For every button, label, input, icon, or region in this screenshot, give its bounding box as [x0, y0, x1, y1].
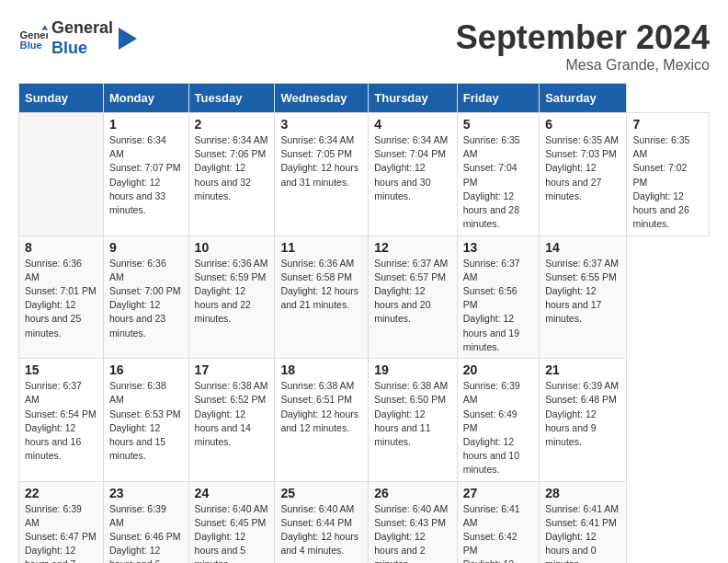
- day-number: 2: [195, 117, 269, 132]
- logo-arrow-icon: [119, 28, 137, 50]
- day-info: Sunrise: 6:39 AMSunset: 6:47 PMDaylight:…: [25, 503, 97, 563]
- header-cell-sunday: Sunday: [19, 84, 104, 113]
- day-info: Sunrise: 6:38 AMSunset: 6:50 PMDaylight:…: [374, 380, 448, 447]
- week-row-3: 15 Sunrise: 6:37 AMSunset: 6:54 PMDaylig…: [19, 359, 710, 482]
- day-cell: 5 Sunrise: 6:35 AMSunset: 7:04 PMDayligh…: [457, 113, 539, 236]
- day-info: Sunrise: 6:35 AMSunset: 7:04 PMDaylight:…: [463, 134, 520, 229]
- header-cell-saturday: Saturday: [540, 84, 627, 113]
- day-number: 18: [280, 362, 362, 377]
- day-info: Sunrise: 6:37 AMSunset: 6:57 PMDaylight:…: [374, 258, 448, 325]
- svg-marker-3: [119, 28, 137, 50]
- day-cell: 15 Sunrise: 6:37 AMSunset: 6:54 PMDaylig…: [19, 359, 104, 482]
- day-cell: 14 Sunrise: 6:37 AMSunset: 6:55 PMDaylig…: [540, 236, 627, 359]
- day-cell: 1 Sunrise: 6:34 AMSunset: 7:07 PMDayligh…: [103, 113, 188, 236]
- day-number: 1: [109, 117, 183, 132]
- day-cell: 16 Sunrise: 6:38 AMSunset: 6:53 PMDaylig…: [103, 359, 188, 482]
- day-info: Sunrise: 6:35 AMSunset: 7:03 PMDaylight:…: [545, 134, 619, 201]
- day-number: 4: [374, 117, 450, 132]
- day-number: 8: [25, 240, 97, 255]
- day-info: Sunrise: 6:41 AMSunset: 6:42 PMDaylight:…: [463, 503, 520, 563]
- day-info: Sunrise: 6:37 AMSunset: 6:55 PMDaylight:…: [545, 258, 619, 325]
- week-row-2: 8 Sunrise: 6:36 AMSunset: 7:01 PMDayligh…: [19, 236, 710, 359]
- day-cell: 24 Sunrise: 6:40 AMSunset: 6:45 PMDaylig…: [188, 481, 275, 563]
- day-cell: 10 Sunrise: 6:36 AMSunset: 6:59 PMDaylig…: [188, 236, 275, 359]
- day-cell: 3 Sunrise: 6:34 AMSunset: 7:05 PMDayligh…: [275, 113, 369, 236]
- day-info: Sunrise: 6:36 AMSunset: 7:01 PMDaylight:…: [25, 258, 97, 339]
- day-number: 17: [195, 362, 269, 377]
- week-row-1: 1 Sunrise: 6:34 AMSunset: 7:07 PMDayligh…: [19, 113, 710, 236]
- location-subtitle: Mesa Grande, Mexico: [456, 57, 710, 74]
- svg-text:Blue: Blue: [20, 40, 42, 51]
- header-cell-friday: Friday: [457, 84, 539, 113]
- day-info: Sunrise: 6:37 AMSunset: 6:54 PMDaylight:…: [25, 380, 97, 461]
- logo-line2: Blue: [51, 39, 113, 59]
- day-info: Sunrise: 6:39 AMSunset: 6:49 PMDaylight:…: [463, 380, 520, 475]
- day-number: 27: [463, 486, 533, 500]
- day-info: Sunrise: 6:37 AMSunset: 6:56 PMDaylight:…: [463, 258, 520, 352]
- day-info: Sunrise: 6:40 AMSunset: 6:45 PMDaylight:…: [195, 503, 268, 563]
- day-cell: 23 Sunrise: 6:39 AMSunset: 6:46 PMDaylig…: [103, 481, 188, 563]
- day-number: 19: [374, 362, 450, 377]
- day-number: 15: [25, 362, 97, 377]
- day-info: Sunrise: 6:34 AMSunset: 7:05 PMDaylight:…: [280, 134, 358, 188]
- day-cell: 27 Sunrise: 6:41 AMSunset: 6:42 PMDaylig…: [457, 481, 539, 563]
- day-number: 12: [374, 240, 450, 255]
- month-title: September 2024: [456, 18, 710, 57]
- day-info: Sunrise: 6:38 AMSunset: 6:51 PMDaylight:…: [280, 380, 358, 433]
- day-cell: 20 Sunrise: 6:39 AMSunset: 6:49 PMDaylig…: [457, 359, 539, 482]
- day-cell: 9 Sunrise: 6:36 AMSunset: 7:00 PMDayligh…: [103, 236, 188, 359]
- day-number: 6: [545, 117, 620, 132]
- day-number: 25: [280, 486, 362, 500]
- calendar-table: SundayMondayTuesdayWednesdayThursdayFrid…: [18, 83, 710, 563]
- day-cell: 7 Sunrise: 6:35 AMSunset: 7:02 PMDayligh…: [627, 113, 710, 236]
- day-info: Sunrise: 6:35 AMSunset: 7:02 PMDaylight:…: [632, 134, 689, 229]
- day-cell: 19 Sunrise: 6:38 AMSunset: 6:50 PMDaylig…: [369, 359, 457, 482]
- empty-cell: [19, 113, 104, 236]
- day-cell: 13 Sunrise: 6:37 AMSunset: 6:56 PMDaylig…: [457, 236, 539, 359]
- day-number: 10: [195, 240, 269, 255]
- day-cell: 12 Sunrise: 6:37 AMSunset: 6:57 PMDaylig…: [369, 236, 457, 359]
- day-number: 20: [463, 362, 533, 377]
- calendar-header: SundayMondayTuesdayWednesdayThursdayFrid…: [19, 84, 710, 113]
- day-info: Sunrise: 6:39 AMSunset: 6:46 PMDaylight:…: [109, 503, 181, 563]
- day-number: 7: [632, 117, 703, 132]
- header-cell-monday: Monday: [103, 84, 188, 113]
- day-cell: 25 Sunrise: 6:40 AMSunset: 6:44 PMDaylig…: [275, 481, 369, 563]
- header-cell-wednesday: Wednesday: [275, 84, 369, 113]
- day-info: Sunrise: 6:40 AMSunset: 6:44 PMDaylight:…: [280, 503, 358, 557]
- day-number: 21: [545, 362, 620, 377]
- day-cell: 22 Sunrise: 6:39 AMSunset: 6:47 PMDaylig…: [19, 481, 104, 563]
- day-info: Sunrise: 6:34 AMSunset: 7:04 PMDaylight:…: [374, 134, 448, 201]
- logo: General Blue General Blue: [18, 18, 137, 58]
- svg-text:General: General: [20, 29, 48, 40]
- day-info: Sunrise: 6:38 AMSunset: 6:53 PMDaylight:…: [109, 380, 181, 461]
- day-cell: 8 Sunrise: 6:36 AMSunset: 7:01 PMDayligh…: [19, 236, 104, 359]
- day-info: Sunrise: 6:36 AMSunset: 6:58 PMDaylight:…: [280, 258, 358, 311]
- week-row-4: 22 Sunrise: 6:39 AMSunset: 6:47 PMDaylig…: [19, 481, 710, 563]
- day-info: Sunrise: 6:36 AMSunset: 6:59 PMDaylight:…: [195, 258, 268, 325]
- calendar-body: 1 Sunrise: 6:34 AMSunset: 7:07 PMDayligh…: [19, 113, 710, 564]
- logo-line1: General: [51, 18, 113, 39]
- day-number: 5: [463, 117, 533, 132]
- day-number: 28: [545, 486, 620, 500]
- day-number: 3: [280, 117, 362, 132]
- logo-icon: General Blue: [18, 24, 48, 53]
- day-number: 23: [109, 486, 183, 500]
- day-cell: 11 Sunrise: 6:36 AMSunset: 6:58 PMDaylig…: [275, 236, 369, 359]
- header-cell-thursday: Thursday: [369, 84, 457, 113]
- header-cell-tuesday: Tuesday: [188, 84, 275, 113]
- svg-marker-2: [42, 25, 48, 29]
- header-row: SundayMondayTuesdayWednesdayThursdayFrid…: [19, 84, 710, 113]
- day-cell: 4 Sunrise: 6:34 AMSunset: 7:04 PMDayligh…: [369, 113, 457, 236]
- day-number: 16: [109, 362, 183, 377]
- day-cell: 18 Sunrise: 6:38 AMSunset: 6:51 PMDaylig…: [275, 359, 369, 482]
- day-cell: 26 Sunrise: 6:40 AMSunset: 6:43 PMDaylig…: [369, 481, 457, 563]
- day-cell: 6 Sunrise: 6:35 AMSunset: 7:03 PMDayligh…: [540, 113, 627, 236]
- day-number: 26: [374, 486, 450, 500]
- day-number: 24: [195, 486, 269, 500]
- day-info: Sunrise: 6:38 AMSunset: 6:52 PMDaylight:…: [195, 380, 268, 447]
- day-info: Sunrise: 6:36 AMSunset: 7:00 PMDaylight:…: [109, 258, 181, 339]
- day-cell: 17 Sunrise: 6:38 AMSunset: 6:52 PMDaylig…: [188, 359, 275, 482]
- title-section: September 2024 Mesa Grande, Mexico: [456, 18, 710, 74]
- page-header: General Blue General Blue September 2024…: [18, 18, 710, 74]
